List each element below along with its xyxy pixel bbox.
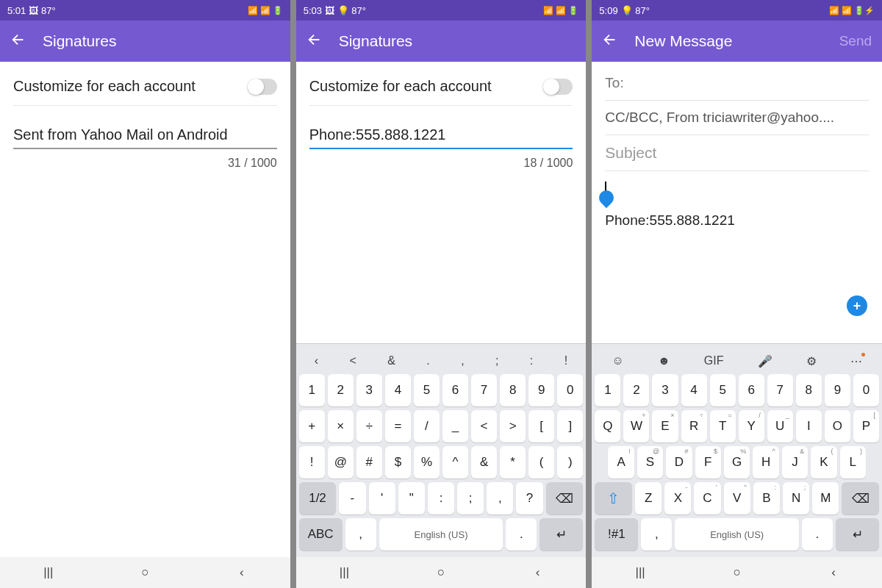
key-$[interactable]: $ bbox=[385, 446, 411, 478]
key-W[interactable]: W+ bbox=[623, 410, 649, 442]
key-S[interactable]: S@ bbox=[637, 446, 663, 478]
nav-home[interactable]: ○ bbox=[426, 565, 456, 580]
nav-recent[interactable]: ||| bbox=[329, 565, 359, 580]
key-![interactable]: ! bbox=[299, 446, 325, 478]
kb-tool-,[interactable]: , bbox=[461, 354, 464, 368]
key-7[interactable]: 7 bbox=[471, 374, 497, 406]
back-icon[interactable] bbox=[10, 32, 26, 51]
key-V[interactable]: V" bbox=[724, 482, 750, 514]
key-÷[interactable]: ÷ bbox=[356, 410, 382, 442]
key-period[interactable]: . bbox=[506, 518, 537, 551]
send-button[interactable]: Send bbox=[839, 33, 872, 49]
key-*[interactable]: * bbox=[500, 446, 526, 478]
key-P[interactable]: P[ bbox=[853, 410, 879, 442]
key-=[interactable]: = bbox=[385, 410, 411, 442]
key-/[interactable]: / bbox=[414, 410, 440, 442]
gear-icon[interactable]: ⚙ bbox=[806, 354, 817, 368]
key-8[interactable]: 8 bbox=[796, 374, 822, 406]
key-C[interactable]: C' bbox=[694, 482, 720, 514]
back-icon[interactable] bbox=[306, 32, 323, 51]
key->[interactable]: > bbox=[500, 410, 526, 442]
key-7[interactable]: 7 bbox=[767, 374, 793, 406]
key-H[interactable]: H^ bbox=[753, 446, 778, 478]
key-[[interactable]: [ bbox=[528, 410, 554, 442]
key-U[interactable]: U_ bbox=[767, 410, 793, 442]
nav-back[interactable]: ‹ bbox=[227, 565, 257, 580]
key-^[interactable]: ^ bbox=[442, 446, 468, 478]
key-0[interactable]: 0 bbox=[557, 374, 583, 406]
nav-recent[interactable]: ||| bbox=[625, 565, 655, 580]
key-mode-toggle[interactable]: 1/2 bbox=[299, 482, 337, 514]
to-field[interactable]: To: bbox=[605, 66, 869, 101]
key-9[interactable]: 9 bbox=[825, 374, 850, 406]
key-period[interactable]: . bbox=[802, 518, 833, 551]
key-space[interactable]: English (US) bbox=[379, 518, 503, 551]
cursor-handle[interactable] bbox=[596, 187, 617, 208]
back-icon[interactable] bbox=[602, 32, 618, 51]
key-J[interactable]: J& bbox=[782, 446, 808, 478]
key-&[interactable]: & bbox=[471, 446, 497, 478]
nav-back[interactable]: ‹ bbox=[819, 565, 848, 580]
key-6[interactable]: 6 bbox=[442, 374, 468, 406]
key-:[interactable]: : bbox=[428, 482, 454, 514]
key-0[interactable]: 0 bbox=[853, 374, 879, 406]
key-A[interactable]: A! bbox=[608, 446, 634, 478]
key-1[interactable]: 1 bbox=[299, 374, 325, 406]
key-I[interactable]: I bbox=[796, 410, 822, 442]
key-enter[interactable]: ↵ bbox=[836, 518, 879, 551]
kb-tool-![interactable]: ! bbox=[564, 354, 567, 368]
key-6[interactable]: 6 bbox=[739, 374, 764, 406]
customize-toggle[interactable] bbox=[543, 79, 573, 95]
key-1[interactable]: 1 bbox=[595, 374, 620, 406]
customize-toggle[interactable] bbox=[248, 79, 277, 95]
key-L[interactable]: L) bbox=[840, 446, 866, 478]
key-+[interactable]: + bbox=[299, 410, 325, 442]
key-E[interactable]: E× bbox=[652, 410, 678, 442]
key-shift[interactable]: ⇧ bbox=[595, 482, 632, 514]
customize-row[interactable]: Customize for each account bbox=[309, 72, 573, 106]
key-abc[interactable]: ABC bbox=[299, 518, 343, 551]
key-"[interactable]: " bbox=[398, 482, 425, 514]
key-,[interactable]: , bbox=[487, 482, 513, 514]
key-Q[interactable]: Q bbox=[595, 410, 620, 442]
key-2[interactable]: 2 bbox=[328, 374, 354, 406]
key-?[interactable]: ? bbox=[516, 482, 542, 514]
key-3[interactable]: 3 bbox=[652, 374, 678, 406]
key-symbols[interactable]: !#1 bbox=[595, 518, 638, 551]
customize-row[interactable]: Customize for each account bbox=[13, 72, 277, 106]
key-enter[interactable]: ↵ bbox=[539, 518, 583, 551]
key-×[interactable]: × bbox=[328, 410, 354, 442]
key-M[interactable]: M bbox=[812, 482, 839, 514]
more-icon[interactable]: ⋯ bbox=[850, 354, 862, 368]
key-3[interactable]: 3 bbox=[356, 374, 382, 406]
key-F[interactable]: F$ bbox=[695, 446, 721, 478]
key-backspace[interactable]: ⌫ bbox=[546, 482, 584, 514]
key-O[interactable]: O bbox=[825, 410, 850, 442]
key-4[interactable]: 4 bbox=[385, 374, 411, 406]
key-#[interactable]: # bbox=[356, 446, 382, 478]
ccbcc-field[interactable]: CC/BCC, From triciawriter@yahoo.... bbox=[605, 101, 869, 135]
key-([interactable]: ( bbox=[528, 446, 554, 478]
key-space[interactable]: English (US) bbox=[675, 518, 798, 551]
key-backspace[interactable]: ⌫ bbox=[842, 482, 879, 514]
nav-back[interactable]: ‹ bbox=[523, 565, 553, 580]
kb-tool-.[interactable]: . bbox=[426, 354, 429, 368]
nav-home[interactable]: ○ bbox=[723, 565, 752, 580]
key-Z[interactable]: Z bbox=[635, 482, 662, 514]
key-8[interactable]: 8 bbox=[500, 374, 526, 406]
signature-input[interactable] bbox=[309, 123, 573, 149]
key--[interactable]: - bbox=[339, 482, 365, 514]
sticker-icon[interactable]: ☻ bbox=[658, 354, 670, 368]
key-Y[interactable]: Y/ bbox=[739, 410, 764, 442]
kb-tool-<[interactable]: < bbox=[350, 354, 356, 368]
key-;[interactable]: ; bbox=[457, 482, 484, 514]
key-<[interactable]: < bbox=[471, 410, 497, 442]
kb-tool-‹[interactable]: ‹ bbox=[315, 354, 318, 368]
key-5[interactable]: 5 bbox=[414, 374, 440, 406]
signature-input[interactable] bbox=[13, 123, 277, 149]
key-comma[interactable]: , bbox=[641, 518, 672, 551]
key-K[interactable]: K( bbox=[811, 446, 836, 478]
key-comma[interactable]: , bbox=[345, 518, 376, 551]
key-G[interactable]: G% bbox=[724, 446, 750, 478]
kb-tool-;[interactable]: ; bbox=[495, 354, 498, 368]
